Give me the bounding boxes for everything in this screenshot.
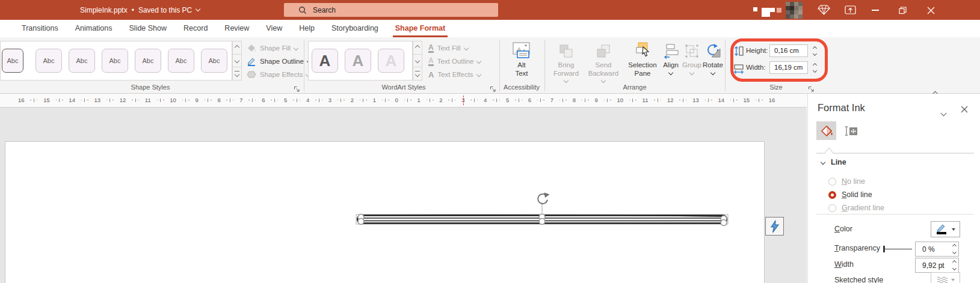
gallery-down-button[interactable] [232,55,242,68]
shape-effects-icon [247,70,256,79]
shape-styles-dialog-launcher[interactable] [294,84,301,91]
ruler-tick [382,99,389,102]
shape-effects-button[interactable]: Shape Effects [247,68,310,81]
rotate-button[interactable]: Rotate [703,40,723,75]
align-button[interactable]: Align [661,40,681,75]
gallery-down-button[interactable] [413,55,422,68]
send-backward-button[interactable]: Send Backward [585,40,622,82]
tab-storyboarding[interactable]: Storyboarding [323,20,387,37]
text-fill-button[interactable]: A Text Fill [428,42,468,54]
bring-forward-button[interactable]: Bring Forward [549,40,584,82]
selected-ink-shape[interactable] [349,192,737,232]
shape-effects-label: Shape Effects [260,71,303,78]
ruler-number: 1 [417,97,420,103]
document-title-area[interactable]: SimpleInk.pptx • Saved to this PC [80,0,200,20]
ruler-number: 13 [692,97,699,103]
fill-line-tab[interactable] [816,121,836,140]
no-line-option[interactable]: No line [828,177,865,186]
ruler-tick [315,99,322,102]
tab-shape-format[interactable]: Shape Format [387,20,454,37]
ruler-tick [106,99,114,102]
selection-pane-button[interactable]: Selection Pane [626,40,659,78]
size-properties-tab[interactable] [841,121,861,140]
ruler-tick [756,99,763,102]
gradient-line-label: Gradient line [842,204,884,212]
sketched-style-dropdown[interactable] [931,272,960,283]
bring-forward-icon [558,40,574,59]
presence-indicator [762,8,775,12]
ruler-number: 11 [643,97,649,103]
color-picker-button[interactable] [931,221,960,237]
selection-pane-icon [633,40,652,59]
text-outline-button[interactable]: A Text Outline [428,55,481,67]
line-width-input[interactable]: 9,92 pt [915,258,959,273]
panel-options-chevron[interactable] [941,107,946,118]
shape-style-thumbnail[interactable]: Abc [135,49,161,73]
restore-button[interactable] [899,6,907,17]
wordart-style-thumbnail[interactable]: A [312,49,338,73]
shape-style-thumbnail[interactable]: Abc [2,49,23,73]
shape-outline-button[interactable]: Shape Outline [247,55,311,67]
search-placeholder: Search [313,6,336,14]
shape-style-thumbnail[interactable]: Abc [201,49,227,73]
shape-style-thumbnail[interactable]: Abc [35,49,62,73]
avatar[interactable] [786,2,803,21]
ruler-number: 9 [196,97,199,103]
tab-transitions[interactable]: Transitions [13,20,67,37]
tab-review[interactable]: Review [216,20,257,37]
align-label: Align [663,61,679,69]
shape-style-thumbnail[interactable]: Abc [102,49,128,73]
search-input[interactable]: Search [284,3,498,17]
alt-text-icon [513,40,531,59]
gallery-more-button[interactable] [232,67,242,81]
transparency-input[interactable]: 0 % [915,242,959,257]
premium-gem-icon[interactable] [818,5,830,17]
gradient-line-option[interactable]: Gradient line [828,204,884,212]
alt-text-button[interactable]: Alt Text [504,40,539,78]
tab-help[interactable]: Help [291,20,323,37]
panel-close-icon[interactable] [961,105,968,115]
tab-view[interactable]: View [257,20,291,37]
minimize-button[interactable] [872,10,879,11]
ruler-tick [248,99,256,102]
shape-fill-button[interactable]: Shape Fill [247,42,298,54]
ruler-tick [559,99,567,102]
solid-line-option[interactable]: Solid line [828,190,872,199]
horizontal-ruler[interactable]: 1615141312111098765432101234567891011121… [0,94,807,108]
shape-fill-label: Shape Fill [260,44,291,52]
ruler-number: 2 [439,97,442,103]
tab-record[interactable]: Record [175,20,216,37]
tab-slide-show[interactable]: Slide Show [121,20,176,37]
transparency-spinner[interactable] [953,245,956,254]
ruler-number: 8 [217,97,220,103]
ink-to-shape-button[interactable] [765,217,784,236]
wordart-style-thumbnail[interactable]: A [378,49,404,73]
group-button[interactable]: Group [682,40,701,75]
ruler-number: 6 [262,97,265,103]
line-section-header[interactable]: Line [821,158,846,166]
gallery-more-button[interactable] [413,67,422,81]
gallery-up-button[interactable] [232,41,242,55]
shape-style-thumbnail[interactable]: Abc [69,49,95,73]
ruler-position-marker [463,96,464,105]
ruler-tick [493,99,500,102]
ribbon-display-options-icon[interactable] [845,5,856,17]
text-effects-button[interactable]: A Text Effects [428,68,481,81]
shape-style-thumbnail[interactable]: Abc [168,49,194,73]
wordart-style-thumbnail[interactable]: A [345,49,371,73]
ruler-number: 15 [744,97,750,103]
ruler-number: 5 [284,97,287,103]
ribbon: AbcAbcAbcAbcAbcAbcAbc Shape Fill Shape O… [0,37,980,94]
line-width-spinner[interactable] [953,261,956,270]
chevron-down-icon[interactable] [196,7,200,11]
size-dialog-launcher[interactable] [808,84,815,91]
slide-canvas-area[interactable] [0,108,807,283]
wordart-dialog-launcher[interactable] [490,84,497,91]
tab-animations[interactable]: Animations [67,20,121,37]
gallery-up-button[interactable] [413,41,422,55]
lightning-bolt-icon [769,220,780,233]
close-button[interactable] [927,6,935,17]
ruler-tick [679,99,686,102]
transparency-slider-track[interactable] [884,249,912,249]
transparency-slider-handle[interactable] [883,246,885,252]
